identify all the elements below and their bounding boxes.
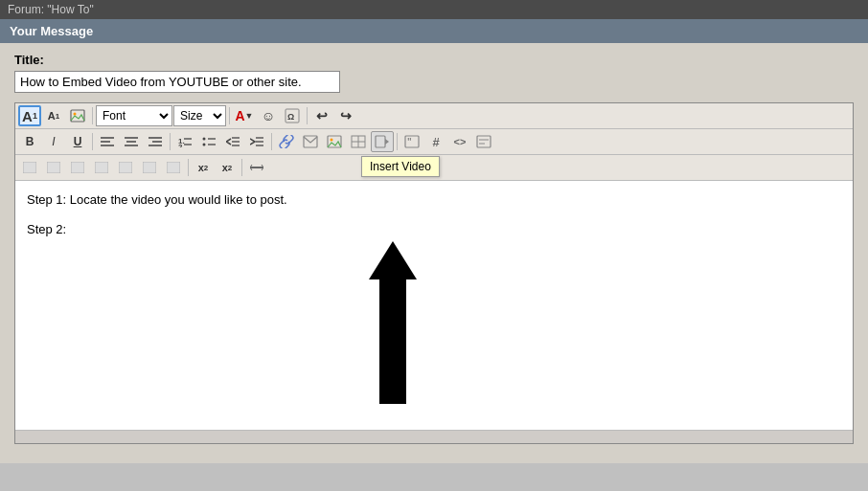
svg-point-17 (203, 138, 206, 141)
unordered-list-btn[interactable] (197, 131, 220, 152)
format-btn4[interactable] (90, 157, 113, 178)
toolbar-row-1: A1 A1 Font Arial Times New Roman Courier… (15, 103, 853, 129)
title-input[interactable] (14, 71, 340, 93)
insert-image-btn[interactable] (323, 131, 346, 152)
hr-btn[interactable] (245, 157, 268, 178)
editor-scrollbar[interactable] (15, 430, 853, 443)
smiley-btn[interactable]: ☺ (257, 105, 280, 126)
editor-wrapper: A1 A1 Font Arial Times New Roman Courier… (14, 102, 854, 444)
svg-rect-44 (119, 162, 132, 173)
sep5 (170, 133, 171, 150)
sep4 (92, 133, 93, 150)
font-small-btn[interactable]: A1 (42, 105, 65, 126)
insert-link-btn[interactable] (275, 131, 298, 152)
sep8 (188, 159, 189, 176)
toolbar-row-3: x2 x2 (15, 155, 853, 181)
editor-line-2: Step 2: (27, 220, 841, 240)
format-btn3[interactable] (66, 157, 89, 178)
align-right-btn[interactable] (144, 131, 167, 152)
svg-rect-40 (23, 162, 36, 173)
indent-inc-btn[interactable] (42, 157, 65, 178)
svg-rect-27 (304, 136, 317, 147)
size-select[interactable]: Size 81012141824 (173, 105, 226, 126)
hash-btn[interactable]: # (424, 131, 447, 152)
sep2 (229, 107, 230, 124)
code-btn[interactable]: <> (448, 131, 471, 152)
editor-line-1: Step 1: Locate the video you would like … (27, 190, 841, 211)
svg-rect-37 (477, 136, 491, 147)
forum-bar: Forum: "How To" (0, 0, 868, 19)
main-content: Title: A1 A1 Font Arial Times New Roman (0, 43, 868, 463)
bold-btn[interactable]: B (18, 131, 41, 152)
svg-rect-45 (143, 162, 156, 173)
align-left-btn[interactable] (96, 131, 119, 152)
insert-email-btn[interactable] (299, 131, 322, 152)
undo-btn[interactable]: ↩ (310, 105, 333, 126)
toolbar-row-2: B I U 1.2. (15, 129, 853, 155)
editor-container: A1 A1 Font Arial Times New Roman Courier… (14, 102, 854, 444)
superscript-btn[interactable]: x2 (216, 157, 239, 178)
sep3 (307, 107, 308, 124)
sep9 (241, 159, 242, 176)
more-btn[interactable] (472, 131, 495, 152)
ordered-list-btn[interactable]: 1.2. (173, 131, 196, 152)
align-center-btn[interactable] (120, 131, 143, 152)
format-btn6[interactable] (138, 157, 161, 178)
outdent-btn[interactable] (221, 131, 244, 152)
svg-rect-33 (376, 136, 385, 147)
svg-rect-42 (71, 162, 84, 173)
format-btn5[interactable] (114, 157, 137, 178)
svg-rect-43 (95, 162, 108, 173)
insert-table-btn[interactable] (347, 131, 370, 152)
svg-point-29 (331, 139, 333, 142)
svg-rect-46 (167, 162, 180, 173)
special-chars-btn[interactable]: Ω (281, 105, 304, 126)
quote-btn[interactable]: " (400, 131, 423, 152)
font-select[interactable]: Font Arial Times New Roman Courier New (96, 105, 172, 126)
title-label: Title: (14, 53, 854, 67)
indent-btn[interactable] (245, 131, 268, 152)
indent-dec-btn[interactable] (18, 157, 41, 178)
svg-point-19 (203, 144, 206, 146)
svg-text:2.: 2. (178, 143, 185, 147)
svg-marker-34 (385, 139, 389, 145)
insert-video-btn[interactable] (371, 131, 394, 152)
redo-btn[interactable]: ↪ (334, 105, 357, 126)
underline-btn[interactable]: U (66, 131, 89, 152)
sep1 (92, 107, 93, 124)
your-message-header: Your Message (0, 19, 868, 43)
format-btn7[interactable] (162, 157, 185, 178)
font-large-btn[interactable]: A1 (18, 105, 41, 126)
subscript-btn[interactable]: x2 (192, 157, 215, 178)
svg-text:": " (407, 137, 412, 147)
svg-text:Ω: Ω (287, 112, 294, 122)
editor-area[interactable]: Step 1: Locate the video you would like … (15, 181, 853, 430)
font-color-btn[interactable]: A ▼ (233, 105, 256, 126)
insert-video-container: Insert Video (371, 131, 394, 152)
sep7 (397, 133, 398, 150)
svg-point-1 (74, 113, 77, 116)
image-icon-btn[interactable] (66, 105, 89, 126)
italic-btn[interactable]: I (42, 131, 65, 152)
sep6 (271, 133, 272, 150)
svg-rect-41 (47, 162, 60, 173)
forum-bar-text: Forum: "How To" (8, 3, 94, 16)
